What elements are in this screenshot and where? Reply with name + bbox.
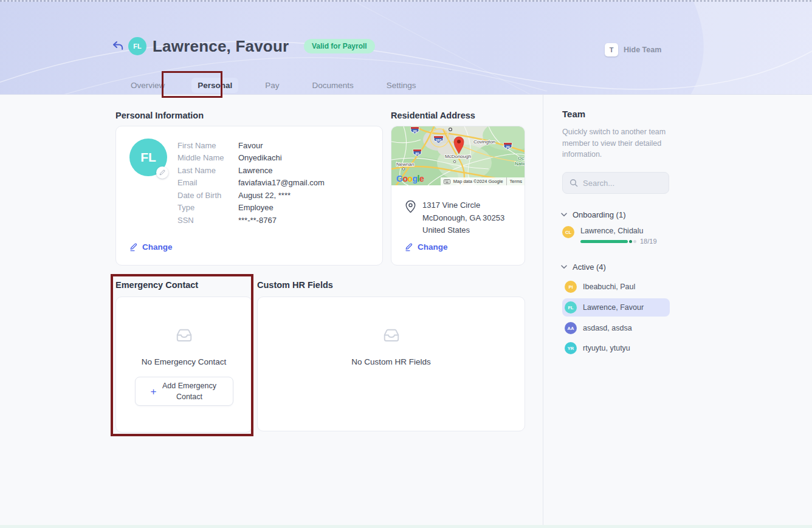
tab-personal[interactable]: Personal [191,78,238,93]
field-first-name: First Name Favour [177,139,325,152]
personal-info-change-button[interactable]: Change [129,242,173,252]
address-block: 1317 Vine Circle McDonough, GA 30253 Uni… [405,199,504,237]
map-attribution: Map data ©2024 Google Terms [441,177,525,185]
group-header-active[interactable]: Active (4) [561,262,606,272]
svg-text:85: 85 [415,152,419,156]
address-change-button[interactable]: Change [405,242,448,252]
member-name: Lawrence, Chidalu [580,227,657,235]
tab-overview[interactable]: Overview [125,78,171,93]
avatar: PI [565,281,577,293]
personal-info-section-title: Personal Information [115,111,204,120]
field-label: Last Name [177,166,238,175]
residential-address-card: 20 285 85 20 [391,126,525,266]
field-label: Email [177,178,238,187]
tab-documents[interactable]: Documents [306,78,360,93]
change-label: Change [418,242,448,252]
hide-team-label: Hide Team [624,46,661,54]
plus-icon: + [151,386,157,397]
change-label: Change [142,242,173,252]
field-email: Email faviafavia17@gmail.com [177,177,325,190]
group-label: Active [573,262,594,272]
edit-pencil-icon [129,243,138,252]
progress-text: 18/19 [640,238,657,245]
payroll-status-badge: Valid for Payroll [304,39,375,53]
bottom-edge [0,525,812,528]
svg-text:285: 285 [435,139,442,142]
field-label: Type [177,203,238,212]
tab-settings[interactable]: Settings [380,78,422,93]
empty-tray-icon [172,326,196,345]
avatar-edit-button[interactable] [156,166,168,179]
field-dob: Date of Birth August 22, **** [177,189,325,202]
empty-text: No Emergency Contact [142,357,227,366]
group-count: (4) [596,262,606,272]
keyboard-icon[interactable] [444,179,450,184]
team-panel-description: Quickly switch to another team member to… [562,126,678,160]
hide-team-button[interactable]: T Hide Team [605,43,661,57]
google-map[interactable]: 20 285 85 20 [391,126,525,185]
custom-hr-empty-state: No Custom HR Fields [258,297,525,431]
employee-profile-page: FL Lawrence, Favour Valid for Payroll T … [0,0,812,528]
tab-pay[interactable]: Pay [259,78,285,93]
svg-text:Nation: Nation [515,161,525,166]
top-edge-artifact [0,0,812,2]
field-value: August 22, **** [238,191,291,200]
back-button[interactable] [111,39,125,53]
team-member-rtyuytu[interactable]: YR rtyuytu, ytutyu [562,339,670,357]
empty-text: No Custom HR Fields [351,357,431,366]
edit-pencil-icon [405,243,413,252]
onboarding-progress: 18/19 [580,238,657,245]
field-last-name: Last Name Lawrence [177,164,325,177]
team-member-lawrence-chidalu[interactable]: CL Lawrence, Chidalu 18/19 [562,226,678,245]
search-icon [569,179,578,187]
custom-hr-fields-section-title: Custom HR Fields [257,280,333,290]
field-type: Type Employee [177,202,325,214]
svg-text:Covington: Covington [473,139,495,145]
add-button-label: Add Emergency Contact [161,380,217,402]
progress-bar [580,240,636,243]
team-member-lawrence-favour[interactable]: FL Lawrence, Favour [562,298,670,317]
field-label: First Name [177,141,238,150]
group-header-onboarding[interactable]: Onboarding (1) [561,210,625,219]
field-value: Onyedikachi [238,153,282,162]
member-name: Lawrence, Favour [583,303,644,312]
field-value: Employee [238,203,274,212]
field-value: ***-**-8767 [238,216,277,225]
google-logo: Google [396,174,424,183]
location-pin-icon [405,200,416,213]
back-arrow-icon [111,39,125,53]
field-label: Middle Name [177,153,238,162]
header-avatar: FL [128,37,146,55]
field-middle-name: Middle Name Onyedikachi [177,152,325,165]
team-member-ibeabuchi-paul[interactable]: PI Ibeabuchi, Paul [562,278,670,296]
add-emergency-contact-button[interactable]: + Add Emergency Contact [135,377,233,406]
team-search [562,172,669,194]
field-value: Lawrence [238,166,272,175]
map-terms-link[interactable]: Terms [506,177,522,185]
emergency-contact-empty-state: No Emergency Contact + Add Emergency Con… [116,297,252,432]
emergency-contact-section-title: Emergency Contact [115,280,198,290]
avatar: AA [565,322,577,334]
page-title: Lawrence, Favour [153,37,289,56]
custom-hr-fields-card: No Custom HR Fields [257,297,525,431]
field-ssn: SSN ***-**-8767 [177,214,325,227]
address-line-1: 1317 Vine Circle [422,199,504,212]
chevron-down-icon [561,213,567,217]
group-label: Onboarding [573,210,614,219]
svg-text:Newnan: Newnan [396,162,414,167]
member-name: Ibeabuchi, Paul [583,283,635,291]
residential-address-section-title: Residential Address [391,111,475,120]
team-panel-title: Team [562,109,585,119]
svg-text:Oc: Oc [518,156,524,161]
team-member-asdasd[interactable]: AA asdasd, asdsa [562,319,670,337]
svg-text:McDonough: McDonough [445,154,471,159]
keyboard-shortcut-key: T [605,43,618,57]
member-name: rtyuytu, ytutyu [583,344,630,352]
field-value: Favour [238,141,263,150]
emergency-contact-card: No Emergency Contact + Add Emergency Con… [115,297,252,433]
profile-tabs: Overview Personal Pay Documents Settings [125,77,422,94]
team-search-input[interactable] [583,179,656,188]
personal-info-card: FL First Name Favour Middle Name Onyedik… [115,126,383,266]
personal-info-fields: First Name Favour Middle Name Onyedikach… [177,139,325,227]
empty-tray-icon [379,326,404,345]
